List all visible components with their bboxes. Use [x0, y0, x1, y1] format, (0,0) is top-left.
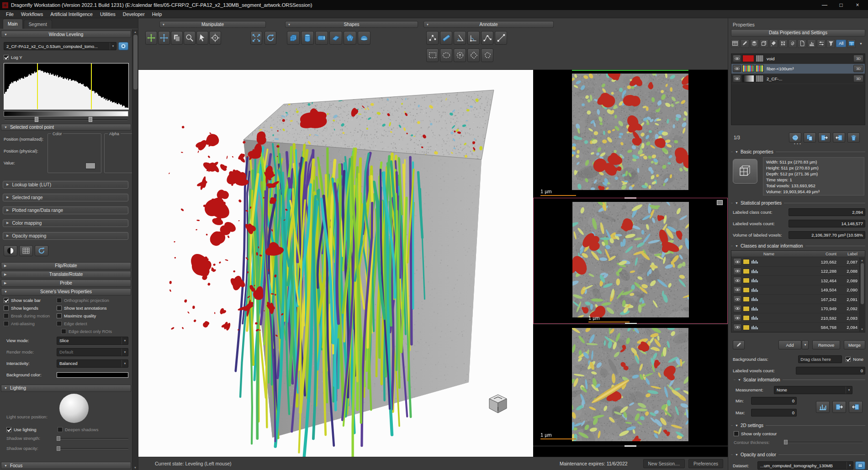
object-3d-button[interactable]: 3D	[853, 55, 863, 62]
opacity-color-header[interactable]: ▼Opacity and color	[731, 451, 865, 458]
object-lut-swatch[interactable]	[756, 65, 764, 72]
class-color-swatch[interactable]	[743, 287, 750, 293]
object-color-swatch[interactable]	[742, 75, 754, 82]
class-color-swatch[interactable]	[743, 278, 750, 283]
contour-thickness-slider[interactable]	[784, 439, 863, 445]
import-object-button[interactable]	[833, 132, 845, 143]
scalar-histogram-button[interactable]	[816, 401, 830, 413]
sliders-icon[interactable]	[817, 39, 826, 48]
use-lighting-checkbox[interactable]: Use lighting	[6, 427, 56, 432]
class-color-swatch[interactable]	[743, 315, 750, 321]
class-row[interactable]: 120,6622,087	[731, 257, 865, 267]
dome-clip-button[interactable]	[358, 31, 370, 45]
lut-table-button[interactable]	[19, 245, 33, 256]
show-3d-button[interactable]	[789, 132, 801, 143]
probe-header[interactable]: ▶Probe	[1, 280, 131, 287]
document-icon[interactable]	[798, 39, 806, 48]
rect-select-button[interactable]	[426, 48, 439, 62]
basic-properties-header[interactable]: ▼Basic properties	[731, 148, 865, 155]
maximize-quality-checkbox[interactable]: Maximize quality	[57, 313, 132, 318]
reset-leveling-button[interactable]	[35, 245, 48, 256]
copy-view-button[interactable]	[171, 31, 183, 45]
wedge-clip-button[interactable]	[329, 31, 342, 45]
slice-slider-track[interactable]	[533, 446, 728, 446]
visibility-eye-button[interactable]	[733, 286, 741, 294]
add-class-button[interactable]: Add	[778, 340, 802, 349]
line-tool-button[interactable]	[495, 31, 507, 45]
invert-lut-button[interactable]	[4, 245, 17, 256]
slice-canvas-middle[interactable]	[572, 202, 689, 317]
menu-item-file[interactable]: File	[3, 11, 17, 17]
class-color-swatch[interactable]	[743, 325, 750, 330]
scrollbar-thumb[interactable]	[861, 263, 864, 304]
visibility-eye-button[interactable]	[733, 296, 741, 303]
object-row-dataset[interactable]: 2_CF-... 3D	[731, 74, 865, 84]
visibility-eye-button[interactable]	[733, 65, 741, 72]
class-color-swatch[interactable]	[743, 306, 750, 312]
scalar-information-header[interactable]: ▼Scalar information	[734, 376, 865, 384]
edge-detect-rois-checkbox[interactable]: Edge detect only ROIs	[61, 329, 132, 334]
angle-tool-button[interactable]	[454, 31, 466, 45]
object-3d-button[interactable]: 3D	[853, 65, 863, 72]
orientation-cube[interactable]	[487, 393, 508, 414]
target-tool-button[interactable]	[209, 31, 221, 45]
scalar-import-button[interactable]	[849, 401, 863, 413]
show-text-annotations-checkbox[interactable]: Show text annotations	[57, 306, 132, 311]
slider-knob[interactable]	[57, 436, 60, 441]
view-settings-icon[interactable]	[717, 200, 723, 205]
slice-view-bottom[interactable]: 1 µm	[533, 324, 728, 443]
selected-range-section[interactable]: ▶Selected range	[3, 194, 128, 201]
menu-item-utilities[interactable]: Utilities	[97, 11, 119, 17]
measurement-dropdown[interactable]: None▼	[774, 386, 852, 394]
light-source-sphere[interactable]	[59, 394, 89, 423]
slice-slider-tick[interactable]	[625, 445, 636, 447]
scroll-down-icon[interactable]: ▼	[861, 327, 863, 332]
max-value-field[interactable]: 0	[751, 409, 797, 417]
cylinder-clip-button[interactable]	[301, 31, 314, 45]
opacity-mapping-section[interactable]: ▶Opacity mapping	[3, 232, 128, 240]
chevron-down-icon[interactable]: ▼	[857, 39, 865, 48]
landmark-tool-button[interactable]	[426, 31, 439, 45]
menu-item-help[interactable]: Help	[149, 11, 165, 17]
slice-canvas-top[interactable]	[572, 74, 688, 190]
protractor-tool-button[interactable]	[467, 31, 480, 45]
slice-canvas-bottom[interactable]	[572, 328, 688, 441]
scroll-down-icon[interactable]: ▼	[134, 465, 137, 470]
object-color-swatch[interactable]	[742, 55, 754, 62]
background-class-dropzone[interactable]: Drag class here	[798, 355, 842, 363]
control-point-color-swatch[interactable]	[85, 163, 95, 169]
class-row[interactable]: 122,2882,088	[731, 267, 865, 276]
class-row[interactable]: 132,4642,089	[731, 276, 865, 285]
interactivity-dropdown[interactable]: Balanced▼	[57, 359, 128, 368]
translate-rotate-header[interactable]: ▶Translate/Rotate	[1, 271, 131, 278]
deepen-shadows-checkbox[interactable]: Deepen shadows	[58, 427, 98, 432]
scrollbar-thumb[interactable]	[133, 35, 138, 90]
classes-table-header[interactable]: Name Count Label	[731, 251, 865, 257]
selected-control-point-header[interactable]: ▼Selected control point	[1, 124, 131, 131]
shadow-opacity-slider[interactable]	[57, 446, 128, 451]
min-value-field[interactable]: 0	[751, 397, 797, 405]
cylinder-horizontal-clip-button[interactable]	[315, 31, 328, 45]
prism-clip-button[interactable]	[344, 31, 356, 45]
chart-icon[interactable]	[807, 39, 816, 48]
annotate-group-header[interactable]: ▼Annotate	[423, 21, 554, 28]
move-tool-button[interactable]	[158, 31, 170, 45]
all-filter-button[interactable]: All	[836, 40, 846, 47]
slider-knob[interactable]	[784, 440, 788, 444]
brush-icon[interactable]	[769, 39, 778, 48]
view-mode-dropdown[interactable]: Slice▼	[57, 337, 128, 345]
class-row[interactable]: 584,7682,094	[731, 323, 865, 333]
panel-resize-handle[interactable]: •••	[730, 143, 866, 146]
leveling-handle-high[interactable]	[89, 117, 92, 122]
class-color-swatch[interactable]	[743, 296, 750, 302]
class-color-swatch[interactable]	[743, 259, 750, 264]
shadow-strength-slider[interactable]	[57, 436, 128, 441]
edit-class-button[interactable]	[733, 340, 745, 349]
leveling-dataset-dropdown[interactable]: 2_CF-PA12_x2_Cu_0.53um_computed_tomo...▼	[4, 42, 116, 50]
merge-class-button[interactable]: Merge	[844, 340, 865, 349]
classes-table-scrollbar[interactable]: ▲ ▼	[859, 258, 864, 332]
object-3d-button[interactable]: 3D	[853, 75, 863, 82]
object-row-void[interactable]: void 3D	[731, 54, 865, 64]
visibility-eye-button[interactable]	[733, 75, 741, 82]
class-row[interactable]: 167,2422,091	[731, 295, 865, 304]
